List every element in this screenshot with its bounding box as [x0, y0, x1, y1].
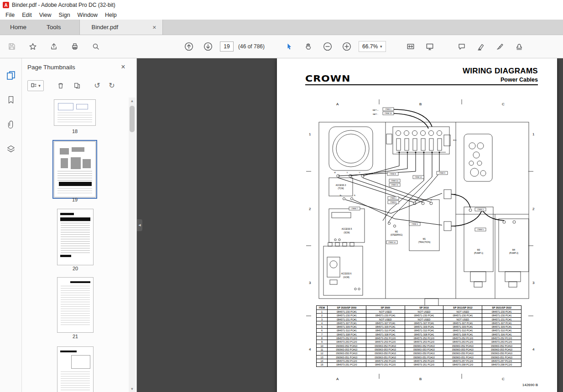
thumbnails-scrollbar[interactable]: ▲ ▼: [129, 98, 136, 392]
svg-text:M2: M2: [395, 231, 398, 233]
tab-document-label: Binder.pdf: [92, 24, 119, 31]
zoom-level-dropdown[interactable]: 66.7% ▾: [359, 41, 386, 52]
thumbnail-label: 20: [57, 266, 94, 271]
menu-item[interactable]: Sign: [55, 11, 74, 19]
table-row: 12 090963-050 PC#10 090963-050 PC#10 090…: [317, 351, 521, 355]
window-title: Binder.pdf - Adobe Acrobat Pro DC (32-bi…: [12, 2, 115, 8]
printer-icon: [71, 42, 79, 51]
table-cell: 084571-310 PC#1: [366, 329, 405, 332]
table-cell: 084573-250 PC2/0: [366, 359, 405, 363]
delete-pages-button[interactable]: [55, 80, 67, 92]
rotate-counterclockwise-button[interactable]: ↺: [91, 80, 103, 92]
next-page-button[interactable]: [201, 39, 215, 54]
scroll-up-icon[interactable]: ▲: [129, 98, 136, 104]
search-button[interactable]: [89, 39, 103, 54]
table-row: 6 084571-310 PC#1 084571-310 PC#1 084571…: [317, 329, 521, 332]
thumbnail-page-20[interactable]: [57, 209, 94, 265]
thumbnail-page-19-selected[interactable]: [54, 141, 96, 197]
share-file-button[interactable]: [47, 39, 61, 54]
table-row: 5 084571-309 PC#1 084571-309 PC#1 084571…: [317, 325, 521, 329]
page-thumbnails-panel-button[interactable]: [4, 68, 18, 82]
panel-close-button[interactable]: ×: [118, 62, 128, 72]
table-row: 3 084571-231 PC#1 NOT USED NOT USED NOT …: [317, 318, 521, 321]
tab-close-icon[interactable]: ×: [151, 24, 157, 31]
scroll-down-icon[interactable]: ▼: [129, 386, 136, 392]
svg-text:BATT -: BATT -: [373, 113, 378, 115]
share-file-icon: [50, 42, 58, 51]
table-cell: 084571-231 PC#1: [482, 318, 521, 321]
table-row: 11 090963-053 PC#10 090963-053 PC#10 090…: [317, 348, 521, 351]
zoom-in-button[interactable]: [339, 39, 354, 54]
table-cell: 084573-257 PC2/0: [443, 359, 482, 363]
svg-text:C: C: [502, 102, 505, 106]
page-number-input[interactable]: [220, 41, 234, 52]
extract-pages-button[interactable]: [71, 80, 83, 92]
tab-tools[interactable]: Tools: [36, 20, 71, 35]
table-cell: 090963-052 PC#10: [366, 344, 405, 348]
tab-home[interactable]: Home: [0, 20, 36, 35]
zoom-out-button[interactable]: [320, 39, 335, 54]
thumbnail-options-button[interactable]: ▾: [27, 80, 44, 91]
page-count-label: (46 of 786): [238, 43, 265, 50]
menu-item[interactable]: Help: [101, 11, 120, 19]
arrow-up-circle-icon: [184, 42, 193, 51]
previous-page-button[interactable]: [182, 39, 196, 54]
menu-item[interactable]: Edit: [18, 11, 36, 19]
table-cell: 10: [317, 344, 328, 348]
print-button[interactable]: [68, 39, 82, 54]
fit-screen-button[interactable]: [422, 39, 437, 54]
thumbnail-page-22[interactable]: [57, 346, 94, 392]
bookmarks-panel-button[interactable]: [4, 93, 18, 107]
comment-button[interactable]: [454, 39, 469, 54]
chevron-down-icon: ▾: [380, 44, 382, 49]
navigation-rail: [0, 58, 22, 392]
sign-button[interactable]: [493, 39, 507, 54]
table-cell: 084571-230 PC#1: [443, 314, 482, 317]
rotate-clockwise-button[interactable]: ↻: [106, 80, 118, 92]
svg-text:4: 4: [309, 347, 311, 351]
save-icon: [8, 42, 16, 51]
table-row: 1 084571-230 PC#1 NOT USED NOT USED NOT …: [317, 310, 521, 314]
favorites-button[interactable]: [26, 39, 40, 54]
table-cell: 13: [317, 356, 328, 359]
select-tool-button[interactable]: [282, 39, 297, 54]
pen-icon: [496, 42, 504, 51]
table-cell: 084571-230 PC#1: [405, 314, 444, 317]
toolbar-left-group: [5, 35, 103, 58]
svg-text:(STEERING): (STEERING): [391, 234, 403, 236]
panel-collapse-handle[interactable]: ◀: [137, 219, 142, 231]
thumbnail-page-18[interactable]: [54, 99, 96, 126]
hand-tool-button[interactable]: [301, 39, 316, 54]
table-cell: 090963-050 PC#10: [328, 351, 366, 355]
svg-text:ITEM 7: ITEM 7: [351, 207, 358, 210]
rotate-ccw-icon: ↺: [94, 82, 100, 89]
attachments-panel-button[interactable]: [4, 118, 18, 131]
menu-item[interactable]: View: [36, 11, 55, 19]
thumbnail-image: [57, 209, 94, 265]
save-button[interactable]: [5, 39, 19, 54]
table-cell: 084571-308 PC#1: [328, 333, 366, 336]
menu-item[interactable]: Window: [74, 11, 101, 19]
svg-text:M3: M3: [477, 249, 480, 251]
tab-bar: Home Tools Binder.pdf ×: [0, 20, 563, 35]
plus-circle-icon: [342, 42, 351, 51]
pointer-icon: [285, 42, 293, 51]
thumbnail-page-21[interactable]: [57, 277, 94, 333]
svg-text:ACCESS 5: ACCESS 5: [342, 228, 352, 230]
fit-width-button[interactable]: [403, 39, 418, 54]
svg-text:BATT +: BATT +: [373, 109, 379, 111]
svg-text:B+: B+: [340, 195, 343, 196]
svg-text:(GCM): (GCM): [343, 276, 349, 279]
tab-document[interactable]: Binder.pdf ×: [79, 20, 163, 35]
svg-text:ITEM 11: ITEM 11: [391, 184, 398, 186]
highlight-button[interactable]: [474, 39, 488, 54]
scrollbar-thumb[interactable]: [130, 106, 135, 132]
stamp-button[interactable]: [512, 39, 527, 54]
table-cell: 2: [317, 314, 328, 317]
layers-panel-button[interactable]: [4, 142, 18, 156]
table-cell: 15: [317, 363, 328, 366]
table-cell: 084573-252 PC2/0: [482, 336, 521, 340]
paperclip-icon: [6, 120, 16, 129]
menu-item[interactable]: File: [2, 11, 18, 19]
table-cell: 090963-053 PC#10: [328, 348, 366, 351]
